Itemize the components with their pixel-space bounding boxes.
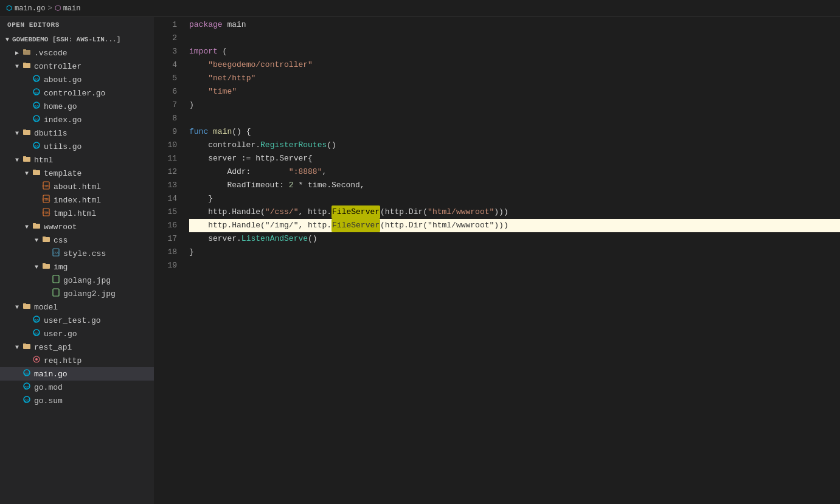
tree-label-style.css: style.css [63, 249, 106, 258]
breadcrumb-file[interactable]: main.go [15, 4, 45, 13]
token: Addr: [189, 165, 289, 179]
sidebar-item-rest_api[interactable]: ▼rest_api [0, 340, 154, 354]
sidebar-item-index.html[interactable]: HTMLindex.html [0, 193, 154, 207]
svg-text:go: go [24, 398, 29, 403]
line-number-11: 11 [154, 152, 177, 165]
line-number-18: 18 [154, 246, 177, 259]
code-line-18: } [189, 246, 840, 259]
token [208, 125, 213, 139]
line-number-17: 17 [154, 232, 177, 246]
tree-label-html: html [34, 156, 53, 165]
code-line-3: import ( [189, 45, 840, 58]
folder-open-icon [22, 61, 32, 72]
tree-label-controller.go: controller.go [44, 89, 105, 98]
img-icon [51, 288, 61, 299]
line-numbers: 12345678910111213141516171819 [154, 17, 184, 504]
sidebar-item-go.sum[interactable]: gogo.sum [0, 394, 154, 407]
line-number-3: 3 [154, 45, 177, 58]
tree-label-about.html: about.html [54, 182, 101, 192]
code-line-7: ) [189, 98, 840, 112]
sidebar-item-golang.jpg[interactable]: golang.jpg [0, 274, 154, 287]
go-icon: go [32, 114, 41, 125]
http-icon [32, 355, 41, 366]
tree-label-golang2.jpg: golang2.jpg [63, 289, 116, 299]
sidebar-item-home.go[interactable]: gohome.go [0, 100, 154, 113]
breadcrumb-symbol-icon: ⬡ [55, 4, 61, 13]
sidebar-item-html[interactable]: ▼html [0, 153, 154, 167]
token: } [189, 246, 194, 259]
line-number-15: 15 [154, 205, 177, 219]
sidebar-item-go.mod[interactable]: gogo.mod [0, 381, 154, 394]
sidebar-item-controller.go[interactable]: gocontroller.go [0, 86, 154, 100]
sidebar-item-wwwroot[interactable]: ▼wwwroot [0, 220, 154, 233]
sidebar-root[interactable]: ▼ GOWEBDEMO [SSH: AWS-LIN...] [0, 33, 154, 46]
token: ))) [494, 219, 508, 232]
tree-label-user_test.go: user_test.go [44, 316, 101, 325]
token: server := http.Server{ [189, 152, 313, 165]
svg-rect-29 [43, 236, 46, 238]
token: "html/wwwroot" [428, 205, 494, 219]
svg-text:go: go [34, 318, 39, 323]
go-icon: go [22, 382, 32, 393]
svg-rect-3 [23, 63, 26, 64]
sidebar-item-dbutils[interactable]: ▼dbutils [0, 126, 154, 140]
token: server. [189, 232, 241, 246]
token [189, 85, 208, 98]
sidebar-item-user.go[interactable]: gouser.go [0, 327, 154, 340]
tree-label-template: template [44, 169, 82, 178]
sidebar-item-utils.go[interactable]: goutils.go [0, 140, 154, 153]
sidebar-item-user_test.go[interactable]: gouser_test.go [0, 314, 154, 327]
go-icon: go [32, 88, 41, 98]
editor-area: 12345678910111213141516171819 package ma… [154, 17, 840, 504]
svg-text:go: go [34, 91, 39, 95]
tree-label-vscode: .vscode [34, 49, 68, 58]
sidebar-item-golang2.jpg[interactable]: golang2.jpg [0, 287, 154, 300]
sidebar-item-about.go[interactable]: goabout.go [0, 73, 154, 86]
file-tree: ▶.vscode▼controllergoabout.gogocontrolle… [0, 46, 154, 407]
sidebar-item-model[interactable]: ▼model [0, 300, 154, 314]
sidebar-item-tmpl.html[interactable]: HTMLtmpl.html [0, 207, 154, 220]
sidebar-item-img[interactable]: ▼img [0, 260, 154, 274]
tree-label-img: img [54, 263, 68, 272]
sidebar-item-index.go[interactable]: goindex.go [0, 113, 154, 126]
line-number-10: 10 [154, 139, 177, 152]
token: http.Handle( [189, 219, 265, 232]
sidebar-item-style.css[interactable]: CSSstyle.css [0, 247, 154, 260]
code-line-2 [189, 32, 840, 45]
token: "/img/" [265, 219, 299, 232]
token: , http. [298, 205, 331, 219]
sidebar-item-controller[interactable]: ▼controller [0, 60, 154, 73]
line-number-13: 13 [154, 179, 177, 192]
token: ))) [494, 205, 508, 219]
svg-rect-16 [23, 157, 30, 162]
go-icon: go [32, 328, 41, 339]
root-arrow: ▼ [2, 36, 12, 43]
code-line-17: server.ListenAndServe() [189, 232, 840, 246]
token: RegisterRoutes [260, 139, 327, 152]
tree-arrow-wwwroot: ▼ [22, 224, 32, 230]
svg-text:go: go [34, 104, 39, 109]
root-label: GOWEBDEMO [SSH: AWS-LIN...] [12, 36, 120, 43]
go-file-icon: ⬡ [6, 4, 12, 12]
sidebar-item-about.html[interactable]: HTMLabout.html [0, 180, 154, 193]
svg-rect-43 [23, 343, 26, 345]
sidebar-item-template[interactable]: ▼template [0, 167, 154, 180]
tree-label-home.go: home.go [44, 102, 77, 111]
svg-rect-0 [23, 50, 30, 55]
sidebar-item-req.http[interactable]: req.http [0, 354, 154, 367]
folder-open-icon [32, 221, 41, 232]
svg-rect-26 [33, 224, 40, 229]
token: "net/http" [208, 72, 255, 85]
code-lines[interactable]: package mainimport ( "beegodemo/controll… [184, 17, 840, 504]
svg-text:HTML: HTML [42, 211, 50, 215]
line-number-16: 16 [154, 219, 177, 232]
sidebar-item-vscode[interactable]: ▶.vscode [0, 46, 154, 60]
code-line-1: package main [189, 18, 840, 32]
tree-label-main.go: main.go [34, 370, 68, 379]
html-icon: HTML [41, 181, 51, 192]
token: "time" [208, 85, 237, 98]
token: ReadTimeout: [189, 179, 289, 192]
go-icon: go [32, 141, 41, 152]
sidebar-item-main.go[interactable]: gomain.go [0, 367, 154, 381]
sidebar-item-css[interactable]: ▼css [0, 233, 154, 247]
